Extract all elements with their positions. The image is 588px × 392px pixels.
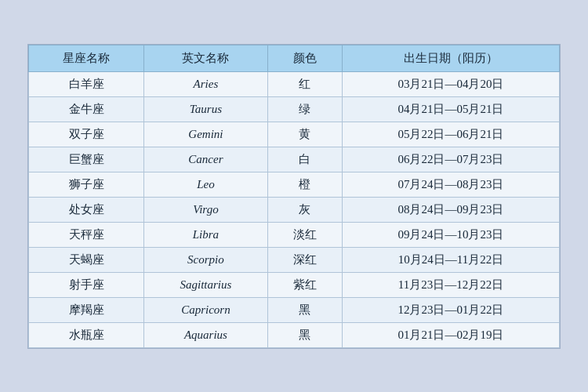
table-cell-4-2: 橙 <box>267 172 342 197</box>
table-cell-8-0: 射手座 <box>29 272 144 297</box>
table-cell-1-2: 绿 <box>267 96 342 122</box>
table-cell-2-1: Gemini <box>144 122 267 147</box>
table-row: 处女座Virgo灰08月24日—09月23日 <box>29 197 560 222</box>
table-cell-4-0: 狮子座 <box>29 172 144 197</box>
zodiac-table: 星座名称英文名称颜色出生日期（阳历） 白羊座Aries红03月21日—04月20… <box>28 45 560 348</box>
table-cell-9-2: 黑 <box>267 297 342 322</box>
table-row: 白羊座Aries红03月21日—04月20日 <box>29 71 560 96</box>
table-cell-7-3: 10月24日—11月22日 <box>342 247 559 272</box>
table-cell-3-2: 白 <box>267 147 342 172</box>
table-cell-1-3: 04月21日—05月21日 <box>342 96 559 122</box>
table-cell-2-2: 黄 <box>267 122 342 147</box>
table-cell-5-1: Virgo <box>144 197 267 222</box>
table-row: 射手座Sagittarius紫红11月23日—12月22日 <box>29 272 560 297</box>
table-cell-0-0: 白羊座 <box>29 71 144 96</box>
table-row: 金牛座Taurus绿04月21日—05月21日 <box>29 96 560 122</box>
table-cell-7-1: Scorpio <box>144 247 267 272</box>
table-cell-5-2: 灰 <box>267 197 342 222</box>
table-cell-3-0: 巨蟹座 <box>29 147 144 172</box>
table-cell-5-3: 08月24日—09月23日 <box>342 197 559 222</box>
table-header-cell: 颜色 <box>267 45 342 71</box>
table-cell-3-3: 06月22日—07月23日 <box>342 147 559 172</box>
table-cell-6-0: 天秤座 <box>29 222 144 247</box>
table-row: 巨蟹座Cancer白06月22日—07月23日 <box>29 147 560 172</box>
table-cell-0-2: 红 <box>267 71 342 96</box>
table-row: 摩羯座Capricorn黑12月23日—01月22日 <box>29 297 560 322</box>
table-cell-9-1: Capricorn <box>144 297 267 322</box>
table-cell-6-2: 淡红 <box>267 222 342 247</box>
table-cell-3-1: Cancer <box>144 147 267 172</box>
table-row: 天秤座Libra淡红09月24日—10月23日 <box>29 222 560 247</box>
table-cell-7-0: 天蝎座 <box>29 247 144 272</box>
table-cell-8-3: 11月23日—12月22日 <box>342 272 559 297</box>
table-cell-6-3: 09月24日—10月23日 <box>342 222 559 247</box>
table-row: 双子座Gemini黄05月22日—06月21日 <box>29 122 560 147</box>
table-cell-1-1: Taurus <box>144 96 267 122</box>
table-cell-4-3: 07月24日—08月23日 <box>342 172 559 197</box>
table-cell-2-0: 双子座 <box>29 122 144 147</box>
table-header-row: 星座名称英文名称颜色出生日期（阳历） <box>29 45 560 71</box>
table-cell-10-1: Aquarius <box>144 322 267 347</box>
zodiac-table-container: 星座名称英文名称颜色出生日期（阳历） 白羊座Aries红03月21日—04月20… <box>27 44 561 349</box>
table-cell-2-3: 05月22日—06月21日 <box>342 122 559 147</box>
table-cell-9-3: 12月23日—01月22日 <box>342 297 559 322</box>
table-cell-7-2: 深红 <box>267 247 342 272</box>
table-row: 水瓶座Aquarius黑01月21日—02月19日 <box>29 322 560 347</box>
table-cell-5-0: 处女座 <box>29 197 144 222</box>
table-cell-4-1: Leo <box>144 172 267 197</box>
table-row: 天蝎座Scorpio深红10月24日—11月22日 <box>29 247 560 272</box>
table-cell-0-3: 03月21日—04月20日 <box>342 71 559 96</box>
table-header-cell: 星座名称 <box>29 45 144 71</box>
table-cell-8-2: 紫红 <box>267 272 342 297</box>
table-header-cell: 英文名称 <box>144 45 267 71</box>
table-header-cell: 出生日期（阳历） <box>342 45 559 71</box>
table-cell-10-2: 黑 <box>267 322 342 347</box>
table-cell-1-0: 金牛座 <box>29 96 144 122</box>
table-row: 狮子座Leo橙07月24日—08月23日 <box>29 172 560 197</box>
table-cell-6-1: Libra <box>144 222 267 247</box>
table-cell-0-1: Aries <box>144 71 267 96</box>
table-cell-8-1: Sagittarius <box>144 272 267 297</box>
table-cell-9-0: 摩羯座 <box>29 297 144 322</box>
table-cell-10-0: 水瓶座 <box>29 322 144 347</box>
table-cell-10-3: 01月21日—02月19日 <box>342 322 559 347</box>
table-body: 白羊座Aries红03月21日—04月20日金牛座Taurus绿04月21日—0… <box>29 71 560 347</box>
